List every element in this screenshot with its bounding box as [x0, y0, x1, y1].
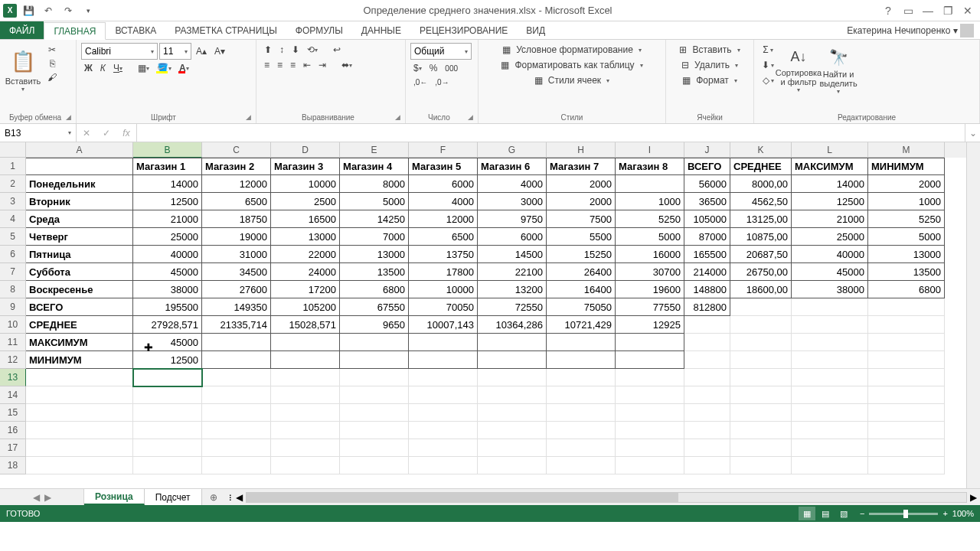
cell[interactable] [133, 457, 202, 474]
close-icon[interactable]: ✕ [959, 2, 977, 19]
cell[interactable]: 36500 [684, 193, 730, 210]
cell[interactable] [684, 316, 730, 334]
col-header[interactable]: E [340, 142, 409, 158]
sort-filter-button[interactable]: A↓ Сортировка и фильтр▾ [780, 43, 817, 99]
cell[interactable]: 20687,50 [730, 246, 792, 263]
cell[interactable]: 13000 [271, 228, 340, 246]
col-header[interactable]: A [26, 142, 133, 158]
cell[interactable]: Магазин 7 [547, 158, 616, 175]
increase-indent-button[interactable]: ⇥ [315, 58, 329, 72]
cell[interactable] [684, 422, 730, 439]
vertical-scrollbar[interactable] [966, 142, 980, 488]
cell[interactable]: Четверг [26, 228, 133, 246]
cell[interactable]: 2000 [547, 175, 616, 193]
cell[interactable] [868, 457, 945, 474]
cell[interactable]: 6800 [868, 281, 945, 298]
align-top-button[interactable]: ⬆ [261, 43, 275, 57]
align-center-button[interactable]: ≡ [274, 58, 286, 72]
cell[interactable]: Суббота [26, 263, 133, 281]
cell[interactable]: 6500 [202, 193, 271, 210]
cell[interactable] [868, 351, 945, 369]
col-header[interactable]: G [478, 142, 547, 158]
cell[interactable] [409, 422, 478, 439]
cell[interactable]: 75050 [547, 298, 616, 316]
cell[interactable]: 5500 [547, 228, 616, 246]
cell[interactable] [868, 298, 945, 316]
find-select-button[interactable]: 🔭 Найти и выделить▾ [820, 43, 857, 99]
cell[interactable] [868, 422, 945, 439]
cell[interactable]: 10364,286 [478, 316, 547, 334]
cell[interactable]: МИНИМУМ [868, 158, 945, 175]
cell[interactable] [684, 369, 730, 386]
autosum-button[interactable]: Σ▾ [759, 43, 777, 57]
cell[interactable] [730, 316, 792, 334]
cell[interactable] [202, 351, 271, 369]
cell[interactable] [340, 404, 409, 422]
cell[interactable] [616, 334, 684, 351]
cell[interactable] [792, 369, 868, 386]
help-icon[interactable]: ? [879, 2, 897, 19]
cell[interactable]: 22000 [271, 246, 340, 263]
sheet-nav-next-icon[interactable]: ▶ [44, 492, 51, 503]
cell[interactable]: 5000 [616, 228, 684, 246]
cut-button[interactable]: ✂ [44, 43, 60, 57]
cell[interactable]: 10000 [271, 175, 340, 193]
cell[interactable]: 14000 [133, 175, 202, 193]
row-header[interactable]: 12 [0, 351, 26, 369]
cell[interactable]: 7000 [340, 228, 409, 246]
cell[interactable]: 10007,143 [409, 316, 478, 334]
cell[interactable] [792, 404, 868, 422]
cell[interactable]: 149350 [202, 298, 271, 316]
ribbon-options-icon[interactable]: ▭ [899, 2, 917, 19]
cell[interactable] [271, 422, 340, 439]
cell[interactable]: 165500 [684, 246, 730, 263]
cell-styles-button[interactable]: ▦ Стили ячеек ▾ [483, 73, 661, 87]
cell[interactable] [478, 369, 547, 386]
dialog-launcher-icon[interactable]: ◢ [66, 113, 71, 121]
cell[interactable]: 13750 [409, 246, 478, 263]
tab-file[interactable]: ФАЙЛ [0, 21, 44, 39]
cell[interactable] [547, 369, 616, 386]
paste-button[interactable]: 📋 Вставить ▾ [5, 43, 41, 99]
copy-button[interactable]: ⎘ [44, 57, 60, 70]
cell[interactable]: 18750 [202, 210, 271, 228]
cell[interactable]: 9650 [340, 316, 409, 334]
qat-customize-icon[interactable]: ▾ [80, 2, 96, 19]
cell[interactable]: Магазин 2 [202, 158, 271, 175]
minimize-icon[interactable]: — [919, 2, 937, 19]
cell[interactable]: 16400 [547, 281, 616, 298]
cell[interactable]: 4000 [409, 193, 478, 210]
cell[interactable] [684, 404, 730, 422]
cell[interactable] [26, 404, 133, 422]
zoom-slider[interactable] [869, 513, 938, 515]
cell[interactable] [616, 439, 684, 457]
cell[interactable]: Понедельник [26, 175, 133, 193]
cell[interactable]: 148800 [684, 281, 730, 298]
cell[interactable]: МИНИМУМ [26, 351, 133, 369]
align-right-button[interactable]: ≡ [287, 58, 299, 72]
cell[interactable] [868, 334, 945, 351]
format-painter-button[interactable]: 🖌 [44, 70, 60, 84]
tab-page-layout[interactable]: РАЗМЕТКА СТРАНИЦЫ [165, 21, 286, 39]
cell[interactable]: 214000 [684, 263, 730, 281]
cell[interactable] [202, 422, 271, 439]
col-header[interactable]: M [868, 142, 945, 158]
sheet-tab-active[interactable]: Розница [84, 489, 145, 505]
increase-decimal-button[interactable]: ,0← [410, 77, 430, 88]
align-middle-button[interactable]: ↕ [276, 43, 287, 57]
cell[interactable]: 10721,429 [547, 316, 616, 334]
cell[interactable]: Магазин 8 [616, 158, 684, 175]
cell[interactable] [730, 404, 792, 422]
col-header[interactable]: F [409, 142, 478, 158]
view-page-layout-button[interactable]: ▤ [817, 507, 834, 520]
col-header[interactable]: K [730, 142, 792, 158]
cell[interactable]: 70050 [409, 298, 478, 316]
row-header[interactable]: 4 [0, 210, 26, 228]
fill-color-button[interactable]: 🪣▾ [154, 61, 175, 75]
cell[interactable]: 195500 [133, 298, 202, 316]
cell[interactable]: 1000 [616, 193, 684, 210]
cell[interactable]: 30700 [616, 263, 684, 281]
cell[interactable] [684, 351, 730, 369]
cell[interactable]: 13000 [340, 246, 409, 263]
col-header[interactable]: I [616, 142, 684, 158]
